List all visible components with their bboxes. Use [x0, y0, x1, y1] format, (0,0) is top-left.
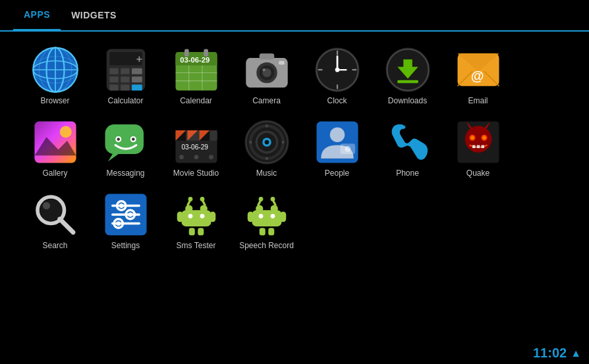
email-label: Email [468, 96, 488, 105]
svg-marker-62 [108, 154, 119, 161]
tabs-bar: APPS WIDGETS [0, 0, 589, 32]
svg-rect-17 [132, 76, 142, 82]
svg-text:03-06-29: 03-06-29 [180, 55, 210, 63]
svg-rect-137 [259, 228, 265, 235]
camera-label: Camera [252, 96, 281, 105]
clock-label: Clock [327, 96, 347, 105]
app-speech-record[interactable]: Speech Record [231, 183, 302, 255]
gallery-label: Gallery [42, 169, 67, 178]
svg-rect-135 [247, 211, 253, 222]
app-quake[interactable]: Quake [443, 111, 513, 183]
svg-rect-134 [252, 210, 281, 226]
svg-rect-14 [132, 68, 142, 74]
svg-rect-20 [132, 84, 142, 90]
svg-rect-15 [109, 76, 119, 82]
app-sms-tester[interactable]: Sms Tester [161, 183, 231, 255]
people-icon [314, 118, 361, 166]
svg-point-86 [265, 124, 268, 128]
status-time: 11:02 [533, 346, 567, 361]
svg-rect-16 [121, 76, 130, 82]
app-settings[interactable]: Settings [90, 183, 161, 255]
calculator-icon: + - [102, 46, 150, 93]
svg-point-108 [42, 201, 49, 209]
speech-record-label: Speech Record [239, 241, 294, 250]
gallery-icon [32, 118, 79, 166]
svg-rect-13 [121, 68, 130, 74]
downloads-icon [384, 46, 432, 93]
app-downloads[interactable]: Downloads [372, 38, 443, 111]
tab-apps[interactable]: APPS [13, 0, 61, 31]
people-label: People [325, 169, 349, 178]
svg-rect-12 [109, 68, 119, 74]
app-music[interactable]: Music [231, 111, 302, 183]
svg-point-87 [265, 157, 268, 160]
svg-point-141 [258, 197, 263, 201]
tab-widgets[interactable]: WIDGETS [61, 0, 127, 31]
svg-point-60 [59, 126, 71, 138]
calendar-label: Calendar [180, 96, 212, 105]
messaging-icon [102, 118, 150, 166]
svg-rect-125 [198, 228, 204, 235]
app-browser[interactable]: Browser [20, 38, 90, 111]
svg-point-95 [464, 126, 491, 153]
search-label: Search [42, 241, 67, 250]
svg-point-88 [249, 140, 252, 143]
signal-icon: ▲ [571, 348, 581, 359]
svg-point-98 [470, 136, 474, 140]
quake-icon [455, 118, 502, 166]
svg-point-118 [116, 221, 121, 226]
email-icon: @ [455, 46, 502, 93]
svg-point-89 [281, 140, 285, 143]
svg-point-130 [188, 213, 192, 218]
svg-point-129 [200, 197, 204, 201]
app-gallery[interactable]: Gallery [20, 111, 90, 183]
app-camera[interactable]: Camera [231, 38, 302, 111]
svg-point-131 [200, 213, 204, 218]
camera-icon [243, 46, 291, 93]
apps-grid: Browser + - Calculator [0, 32, 589, 262]
svg-rect-19 [121, 84, 130, 90]
browser-icon [32, 46, 79, 93]
app-calendar[interactable]: 03-06-29 Calendar [161, 38, 231, 111]
svg-rect-30 [204, 49, 208, 56]
svg-point-144 [270, 213, 275, 218]
speech-record-icon [243, 191, 291, 238]
movie-studio-label: Movie Studio [173, 169, 219, 178]
app-people[interactable]: People [302, 111, 372, 183]
svg-line-107 [59, 219, 72, 232]
svg-point-93 [345, 145, 351, 151]
svg-point-47 [335, 67, 339, 72]
messaging-label: Messaging [106, 169, 144, 178]
svg-point-65 [117, 138, 120, 141]
svg-rect-104 [481, 145, 484, 148]
svg-rect-103 [476, 145, 480, 148]
movie-studio-icon: 03-06-29 [173, 118, 220, 166]
svg-point-78 [194, 155, 198, 159]
app-movie-studio[interactable]: 03-06-29 Movie Studio [161, 111, 231, 183]
svg-rect-37 [259, 53, 274, 59]
svg-point-115 [128, 212, 132, 217]
svg-text:@: @ [470, 68, 484, 82]
app-clock[interactable]: Clock [302, 38, 372, 111]
quake-label: Quake [466, 169, 490, 178]
sms-tester-icon [173, 191, 220, 238]
svg-rect-124 [188, 228, 194, 235]
svg-rect-38 [279, 61, 285, 65]
downloads-label: Downloads [388, 96, 427, 105]
svg-point-143 [258, 213, 263, 218]
svg-rect-72 [211, 130, 217, 141]
settings-label: Settings [111, 241, 140, 250]
svg-point-128 [188, 197, 192, 201]
svg-rect-121 [181, 210, 211, 226]
svg-point-142 [270, 197, 275, 201]
app-phone[interactable]: Phone [372, 111, 443, 183]
calendar-icon: 03-06-29 [173, 46, 220, 93]
app-calculator[interactable]: + - Calculator [90, 38, 161, 111]
svg-text:03-06-29: 03-06-29 [181, 143, 208, 151]
svg-rect-138 [268, 228, 274, 235]
app-messaging[interactable]: Messaging [90, 111, 161, 183]
app-search[interactable]: Search [20, 183, 90, 255]
svg-rect-18 [109, 84, 119, 90]
app-email[interactable]: @ Email [443, 38, 513, 111]
music-icon [243, 118, 291, 166]
